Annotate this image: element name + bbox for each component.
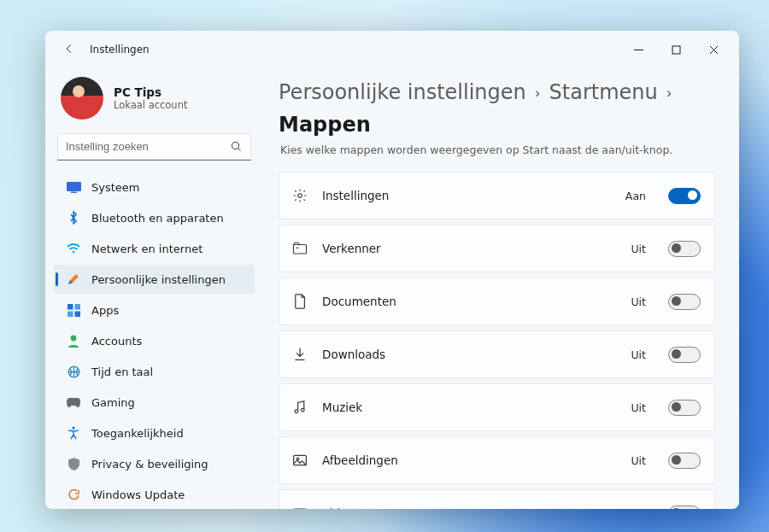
minimize-button[interactable] xyxy=(619,37,657,62)
row-label: Instellingen xyxy=(322,189,389,202)
nav: Systeem Bluetooth en apparaten Netwerk e… xyxy=(54,172,255,509)
svg-point-12 xyxy=(298,194,302,198)
row-icon xyxy=(291,346,308,363)
sidebar-item-label: Gaming xyxy=(91,396,135,409)
toggle-switch[interactable] xyxy=(668,241,701,257)
sidebar-item-time-language[interactable]: Tijd en taal xyxy=(54,357,255,386)
breadcrumb-current: Mappen xyxy=(279,113,371,137)
profile-block[interactable]: PC Tips Lokaal account xyxy=(54,70,255,133)
maximize-button[interactable] xyxy=(657,37,695,62)
toggle-switch[interactable] xyxy=(668,400,701,416)
toggle-state-label: Uit xyxy=(631,295,646,308)
row-icon xyxy=(291,399,308,416)
settings-row: Video'sUit xyxy=(279,489,715,509)
toggle-state-label: Uit xyxy=(631,454,646,467)
settings-window: Instellingen PC Tips Lokaal account xyxy=(45,31,739,509)
sidebar-item-label: Tijd en taal xyxy=(91,365,153,378)
svg-point-11 xyxy=(72,427,74,430)
toggle-switch[interactable] xyxy=(668,453,701,469)
toggle-state-label: Uit xyxy=(631,401,646,414)
chevron-right-icon: › xyxy=(666,85,672,102)
row-label: Downloads xyxy=(322,348,385,361)
svg-point-1 xyxy=(232,143,239,149)
close-button[interactable] xyxy=(695,37,732,62)
sidebar-item-personalization[interactable]: Persoonlijke instellingen xyxy=(54,265,255,294)
svg-point-15 xyxy=(301,408,304,412)
sidebar-item-label: Bluetooth en apparaten xyxy=(91,212,224,225)
sidebar-item-label: Privacy & beveiliging xyxy=(91,458,208,471)
breadcrumb-level-1[interactable]: Persoonlijke instellingen xyxy=(279,80,526,104)
row-label: Muziek xyxy=(322,400,362,414)
svg-rect-13 xyxy=(294,245,307,254)
settings-row: MuziekUit xyxy=(279,383,715,431)
svg-point-9 xyxy=(71,335,77,341)
window-title: Instellingen xyxy=(90,44,150,56)
svg-point-14 xyxy=(295,410,298,413)
sidebar-item-gaming[interactable]: Gaming xyxy=(54,388,255,417)
svg-rect-0 xyxy=(672,46,680,54)
svg-rect-3 xyxy=(71,191,77,193)
settings-row: DocumentenUit xyxy=(279,278,715,325)
row-icon xyxy=(291,505,308,509)
sidebar-item-apps[interactable]: Apps xyxy=(54,295,255,324)
chevron-right-icon: › xyxy=(535,85,541,102)
svg-rect-5 xyxy=(68,304,73,310)
sidebar-item-label: Systeem xyxy=(91,181,139,194)
sidebar-item-label: Apps xyxy=(91,304,119,317)
update-icon xyxy=(66,487,81,502)
svg-rect-6 xyxy=(74,304,80,310)
toggle-state-label: Uit xyxy=(631,507,646,510)
sidebar-item-accounts[interactable]: Accounts xyxy=(54,326,255,355)
shield-icon xyxy=(66,456,81,471)
sidebar-item-network[interactable]: Netwerk en internet xyxy=(54,234,255,263)
toggle-switch[interactable] xyxy=(668,188,701,204)
toggle-state-label: Aan xyxy=(625,190,646,202)
svg-rect-8 xyxy=(74,311,80,317)
profile-name: PC Tips xyxy=(114,85,187,99)
bluetooth-icon xyxy=(66,210,81,225)
gaming-icon xyxy=(66,395,81,410)
sidebar-item-privacy[interactable]: Privacy & beveiliging xyxy=(54,449,255,478)
sidebar-item-system[interactable]: Systeem xyxy=(54,172,255,202)
row-icon xyxy=(291,187,308,204)
row-icon xyxy=(291,452,308,469)
sidebar-item-bluetooth[interactable]: Bluetooth en apparaten xyxy=(54,203,255,232)
accessibility-icon xyxy=(66,425,81,441)
sidebar-item-windows-update[interactable]: Windows Update xyxy=(54,480,255,509)
settings-row: DownloadsUit xyxy=(279,330,715,378)
sidebar: PC Tips Lokaal account Systeem Bluetooth… xyxy=(45,68,263,509)
paintbrush-icon xyxy=(66,272,81,287)
back-button[interactable] xyxy=(61,43,78,57)
sidebar-item-label: Persoonlijke instellingen xyxy=(91,273,226,286)
main-content: Persoonlijke instellingen › Startmenu › … xyxy=(263,68,739,509)
sidebar-item-accessibility[interactable]: Toegankelijkheid xyxy=(54,418,255,447)
search-input[interactable] xyxy=(57,133,251,161)
apps-icon xyxy=(66,302,81,318)
row-label: Video's xyxy=(322,506,364,509)
profile-subtitle: Lokaal account xyxy=(114,99,187,111)
settings-rows: InstellingenAanVerkennerUitDocumentenUit… xyxy=(279,172,715,509)
toggle-state-label: Uit xyxy=(631,348,646,361)
toggle-state-label: Uit xyxy=(631,243,646,255)
sidebar-item-label: Toegankelijkheid xyxy=(91,427,184,440)
search-icon xyxy=(230,140,243,156)
settings-row: VerkennerUit xyxy=(279,225,715,272)
toggle-switch[interactable] xyxy=(668,347,701,363)
breadcrumb-level-2[interactable]: Startmenu xyxy=(549,80,658,104)
page-subtitle: Kies welke mappen worden weergegeven op … xyxy=(280,143,715,156)
row-icon xyxy=(291,240,308,257)
svg-rect-2 xyxy=(67,182,81,191)
row-label: Verkenner xyxy=(322,242,381,255)
person-icon xyxy=(66,333,81,348)
sidebar-item-label: Windows Update xyxy=(91,488,185,501)
sidebar-item-label: Accounts xyxy=(91,335,142,348)
search-wrapper xyxy=(57,133,251,161)
wifi-icon xyxy=(66,241,81,256)
toggle-switch[interactable] xyxy=(668,294,701,310)
avatar xyxy=(61,77,103,120)
toggle-switch[interactable] xyxy=(668,506,701,510)
row-icon xyxy=(291,293,308,310)
row-label: Documenten xyxy=(322,295,396,308)
settings-row: InstellingenAan xyxy=(279,172,715,219)
globe-clock-icon xyxy=(66,364,81,379)
